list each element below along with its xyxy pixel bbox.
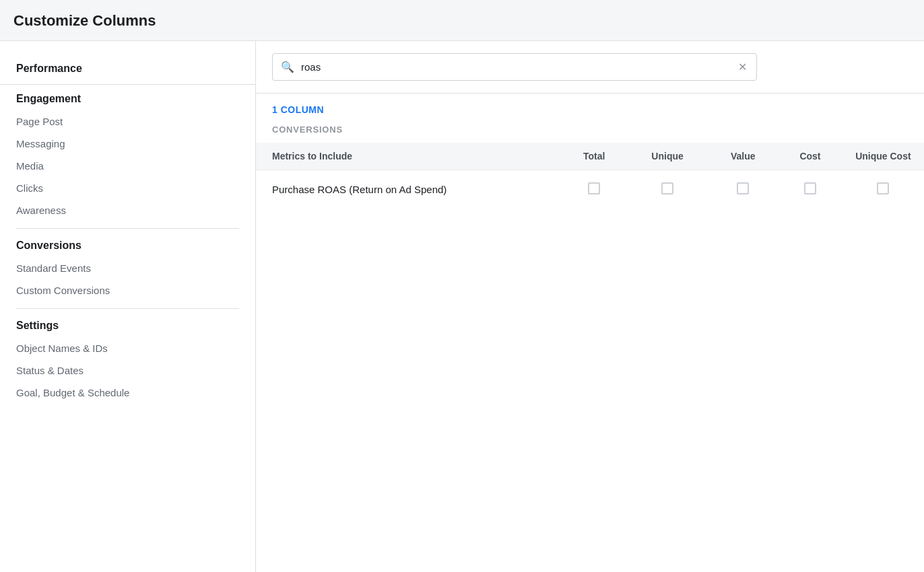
th-total: Total — [561, 143, 627, 170]
results-area: 1 COLUMN CONVERSIONS Metrics to Include … — [256, 94, 924, 572]
search-input-wrapper: 🔍 ✕ — [272, 53, 757, 81]
sidebar-section-conversions[interactable]: Conversions — [0, 234, 255, 257]
checkbox-total-cell — [561, 170, 627, 209]
checkbox-cost[interactable] — [804, 182, 816, 194]
sidebar-item-page-post[interactable]: Page Post — [0, 110, 255, 133]
metrics-table: Metrics to Include Total Unique Value Co… — [256, 143, 924, 209]
metrics-table-header: Metrics to Include Total Unique Value Co… — [256, 143, 924, 170]
sidebar-section-engagement[interactable]: Engagement — [0, 87, 255, 110]
sidebar-item-goal-budget-schedule[interactable]: Goal, Budget & Schedule — [0, 382, 255, 404]
table-row: Purchase ROAS (Return on Ad Spend) — [256, 170, 924, 209]
sidebar-item-custom-conversions[interactable]: Custom Conversions — [0, 279, 255, 301]
checkbox-unique-cost[interactable] — [877, 182, 889, 194]
sidebar-item-awareness[interactable]: Awareness — [0, 199, 255, 221]
results-header: 1 COLUMN — [256, 94, 924, 115]
content-area: Performance Engagement Page Post Messagi… — [0, 41, 924, 572]
sidebar-item-standard-events[interactable]: Standard Events — [0, 257, 255, 279]
search-bar-area: 🔍 ✕ — [256, 41, 924, 94]
checkbox-unique-cell — [627, 170, 708, 209]
section-label: CONVERSIONS — [256, 124, 924, 143]
checkbox-unique-cost-cell — [843, 170, 924, 209]
search-clear-button[interactable]: ✕ — [737, 59, 748, 75]
checkbox-unique[interactable] — [661, 182, 673, 194]
sidebar-divider-1 — [16, 228, 239, 229]
sidebar-item-status-dates[interactable]: Status & Dates — [0, 359, 255, 382]
th-cost: Cost — [778, 143, 843, 170]
checkbox-total[interactable] — [588, 182, 600, 194]
page-container: Customize Columns Performance Engagement… — [0, 0, 924, 572]
search-input[interactable] — [301, 61, 737, 73]
metric-name-cell: Purchase ROAS (Return on Ad Spend) — [256, 170, 561, 209]
checkbox-value-cell — [708, 170, 778, 209]
main-content: 🔍 ✕ 1 COLUMN CONVERSIONS Metrics to Incl… — [256, 41, 924, 572]
sidebar-item-clicks[interactable]: Clicks — [0, 177, 255, 199]
checkbox-value[interactable] — [737, 182, 749, 194]
th-unique: Unique — [627, 143, 708, 170]
sidebar-item-media[interactable]: Media — [0, 155, 255, 177]
sidebar-item-object-names-ids[interactable]: Object Names & IDs — [0, 337, 255, 359]
sidebar-divider-2 — [16, 308, 239, 309]
search-icon: 🔍 — [281, 61, 294, 73]
th-metric-name: Metrics to Include — [256, 143, 561, 170]
sidebar-section-performance[interactable]: Performance — [0, 57, 255, 85]
sidebar-item-messaging[interactable]: Messaging — [0, 133, 255, 155]
page-title: Customize Columns — [0, 0, 924, 41]
column-count-label: 1 COLUMN — [272, 104, 908, 115]
sidebar-section-settings[interactable]: Settings — [0, 314, 255, 337]
sidebar: Performance Engagement Page Post Messagi… — [0, 41, 256, 572]
th-value: Value — [708, 143, 778, 170]
th-unique-cost: Unique Cost — [843, 143, 924, 170]
metrics-table-body: Purchase ROAS (Return on Ad Spend) — [256, 170, 924, 209]
checkbox-cost-cell — [778, 170, 843, 209]
